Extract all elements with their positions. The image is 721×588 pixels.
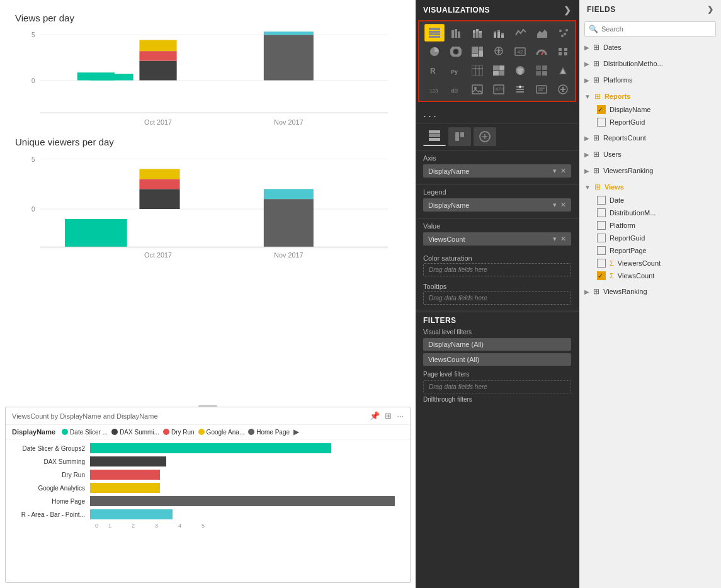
field-group-distribution-header[interactable]: ▶ ⊞ DistributionMetho... xyxy=(579,57,721,71)
viz-icon-card[interactable]: 42 xyxy=(510,43,530,60)
axis-chip-remove[interactable]: ✕ xyxy=(560,167,566,175)
viz-icon-ab[interactable]: ab xyxy=(446,81,466,98)
platform-check-icon xyxy=(597,221,606,230)
legend-chip-remove[interactable]: ✕ xyxy=(560,201,566,209)
viz-icon-plus[interactable] xyxy=(553,81,573,98)
viz-icon-matrix[interactable] xyxy=(489,62,509,79)
svg-rect-8 xyxy=(139,40,176,52)
hbar-track-2 xyxy=(90,470,407,480)
viz-icon-py[interactable]: Py xyxy=(446,62,466,79)
hbar-track-5 xyxy=(90,509,407,519)
legend-chip-dropdown[interactable]: ▾ xyxy=(553,201,557,209)
legend-item-2: Dry Run xyxy=(163,429,195,436)
svg-rect-45 xyxy=(501,33,504,35)
field-item-views-reportguid[interactable]: ReportGuid xyxy=(579,232,721,244)
reportguid-check-icon xyxy=(597,118,606,127)
viz-icon-r[interactable]: R xyxy=(424,62,445,79)
reportpage-check-icon xyxy=(597,246,606,255)
svg-rect-42 xyxy=(494,33,496,38)
tooltips-drop[interactable]: Drag data fields here xyxy=(423,291,571,305)
field-item-viewerscount[interactable]: Σ ViewersCount xyxy=(579,257,721,269)
viz-icon-bar[interactable] xyxy=(446,24,466,42)
viz-icon-smart-narrative[interactable] xyxy=(531,81,552,98)
chart2-section: Unique viewers per day 5 0 xyxy=(0,137,416,273)
viz-icon-line[interactable] xyxy=(510,24,530,42)
value-chip[interactable]: ViewsCount ▾ ✕ xyxy=(423,232,571,246)
field-item-reportpage[interactable]: ReportPage xyxy=(579,244,721,257)
viz-icon-table[interactable] xyxy=(424,24,445,42)
viz-icon-scatter[interactable] xyxy=(553,24,573,42)
viz-icon-donut[interactable] xyxy=(446,43,466,60)
viz-icon-multi[interactable] xyxy=(531,62,552,79)
field-item-distributionm[interactable]: DistributionM... xyxy=(579,206,721,219)
value-chip-remove[interactable]: ✕ xyxy=(560,235,566,243)
field-item-platform[interactable]: Platform xyxy=(579,219,721,232)
pin-icon[interactable]: 📌 xyxy=(370,411,380,421)
dates-table-icon: ⊞ xyxy=(593,43,599,52)
legend-dot-4 xyxy=(248,429,254,435)
field-item-reportguid[interactable]: ReportGuid xyxy=(579,116,721,128)
svg-rect-101 xyxy=(455,132,459,141)
viz-icon-table2[interactable] xyxy=(467,62,487,79)
field-group-users-header[interactable]: ▶ ⊞ Users xyxy=(579,147,721,161)
reportpage-label: ReportPage xyxy=(610,247,647,254)
viz-icon-filled-map[interactable] xyxy=(510,62,530,79)
legend-chip[interactable]: DisplayName ▾ ✕ xyxy=(423,198,571,212)
value-chip-dropdown[interactable]: ▾ xyxy=(553,235,557,243)
svg-rect-63 xyxy=(559,48,562,51)
viz-subtab-format[interactable] xyxy=(448,127,471,146)
viz-icon-slicer[interactable] xyxy=(510,81,530,98)
viz-icon-area[interactable] xyxy=(531,24,552,42)
viz-icon-map[interactable] xyxy=(489,43,509,60)
viz-icon-pie[interactable] xyxy=(424,43,445,60)
viz-icon-stacked-bar[interactable] xyxy=(467,24,487,42)
page-level-drop[interactable]: Drag data fields here xyxy=(423,380,571,393)
svg-text:0: 0 xyxy=(31,206,35,213)
field-group-dates-header[interactable]: ▶ ⊞ Dates xyxy=(579,40,721,54)
viz-icon-arcgis[interactable] xyxy=(553,62,573,79)
fields-search-container: 🔍 xyxy=(584,21,716,37)
svg-rect-6 xyxy=(139,61,176,81)
field-group-views-header[interactable]: ▼ ⊞ Views xyxy=(579,180,721,194)
field-item-viewscount[interactable]: ✓ Σ ViewsCount xyxy=(579,269,721,282)
table-drag-handle[interactable] xyxy=(198,405,217,407)
dist-group-name: DistributionMetho... xyxy=(603,60,663,67)
field-group-viewersranking-header[interactable]: ▶ ⊞ ViewersRanking xyxy=(579,164,721,178)
field-item-displayname[interactable]: ✓ DisplayName xyxy=(579,103,721,116)
filter-chip-displayname[interactable]: DisplayName (All) xyxy=(423,338,571,351)
viz-subtabs xyxy=(416,123,579,150)
field-group-reports-header[interactable]: ▼ ⊞ Reports xyxy=(579,89,721,103)
viz-icon-123[interactable]: 123 xyxy=(424,81,445,98)
svg-point-48 xyxy=(559,30,562,32)
legend-more-arrow[interactable]: ▶ xyxy=(293,427,299,436)
filter-chip-viewscount[interactable]: ViewsCount (All) xyxy=(423,353,571,366)
field-item-date[interactable]: Date xyxy=(579,194,721,206)
viz-icon-image[interactable] xyxy=(467,81,487,98)
viz-icon-gauge[interactable] xyxy=(531,43,552,60)
viz-icon-custom[interactable] xyxy=(553,43,573,60)
hbar-axis-3: 3 xyxy=(155,523,158,529)
viz-icon-kpi[interactable]: KPI xyxy=(489,81,509,98)
viz-icon-treemap[interactable] xyxy=(467,43,487,60)
viz-subtab-analytics[interactable] xyxy=(474,127,496,146)
axis-chip[interactable]: DisplayName ▾ ✕ xyxy=(423,164,571,178)
search-input[interactable] xyxy=(584,21,716,37)
svg-line-62 xyxy=(542,51,544,55)
viz-icon-col[interactable] xyxy=(489,24,509,42)
hbar-fill-5 xyxy=(90,509,173,519)
viz-more[interactable]: ... xyxy=(416,105,579,123)
field-group-reportscount-header[interactable]: ▶ ⊞ ReportsCount xyxy=(579,131,721,145)
color-saturation-drop[interactable]: Drag data fields here xyxy=(423,263,571,276)
axis-chip-dropdown[interactable]: ▾ xyxy=(553,167,557,175)
viz-expand-icon[interactable]: ❯ xyxy=(564,5,572,15)
svg-rect-80 xyxy=(536,71,541,76)
field-group-platforms-header[interactable]: ▶ ⊞ Platforms xyxy=(579,73,721,87)
svg-rect-43 xyxy=(497,30,500,32)
fields-expand-icon[interactable]: ❯ xyxy=(707,5,714,14)
more-icon[interactable]: ··· xyxy=(397,411,404,421)
viz-subtab-fields[interactable] xyxy=(423,127,446,146)
expand-icon[interactable]: ⊞ xyxy=(385,411,392,421)
svg-point-49 xyxy=(564,33,566,35)
visual-level-label: Visual level filters xyxy=(423,329,571,336)
svg-point-50 xyxy=(561,35,564,37)
